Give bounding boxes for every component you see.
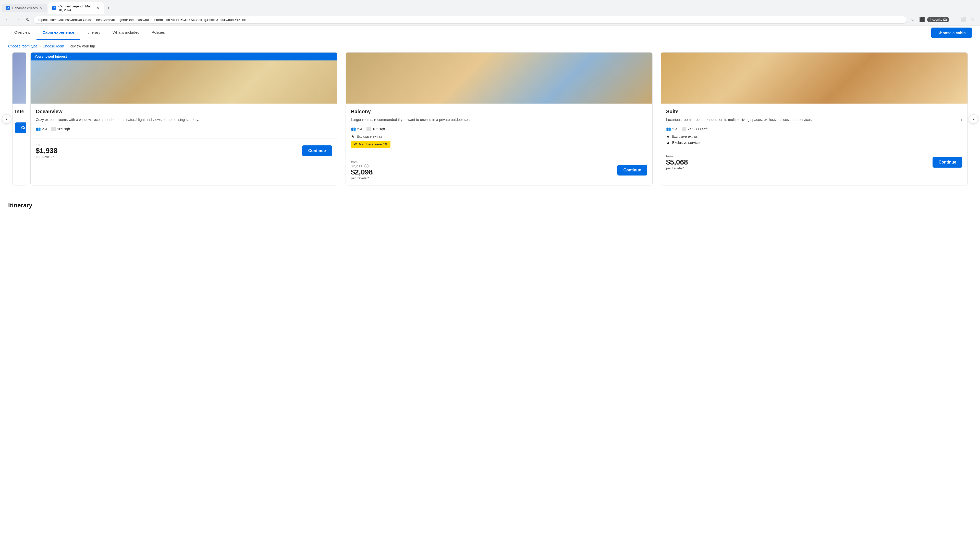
breadcrumb-choose-room[interactable]: Choose room (43, 44, 64, 48)
feature-exclusive-extras-suite: ★ Exclusive extras (666, 134, 963, 139)
tab-close-1[interactable]: ✕ (40, 6, 43, 10)
members-icon-balcony: 🏷 (354, 142, 357, 146)
sqft-value-balcony: 185 sqft (372, 127, 385, 131)
cabin-pricing-suite: from $5,068 per traveler* Continue (661, 150, 967, 175)
cabin-info-suite: Suite Luxurious rooms, recommended for i… (661, 103, 967, 150)
from-label-suite: from (666, 154, 688, 158)
scroll-left-button[interactable]: ‹ (2, 114, 11, 124)
feature-exclusive-extras-balcony: ★ Exclusive extras (351, 134, 647, 139)
feature-label-services-suite: Exclusive services (672, 141, 701, 144)
cabin-image-balcony (346, 52, 652, 103)
capacity-value-balcony: 2-4 (357, 127, 362, 131)
people-icon-oceanview: 👥 (36, 127, 41, 131)
cabin-specs-oceanview: 👥 2-4 ⬜ 185 sqft (36, 127, 332, 131)
continue-button-balcony[interactable]: Continue (617, 165, 647, 176)
itinerary-section: Itinerary (0, 196, 980, 215)
tab-label-2: Carnival Legend | Mar 10, 2024 (59, 4, 95, 12)
sqft-value-oceanview: 185 sqft (57, 127, 70, 131)
cabin-desc-oceanview: Cozy exterior rooms with a window, recom… (36, 117, 332, 122)
expand-icon-suite[interactable]: › (961, 117, 963, 122)
sqft-balcony: ⬜ 185 sqft (366, 127, 385, 131)
price-per-oceanview: per traveler* (36, 155, 58, 159)
tab-bar: Z Bahamas cruises ✕ Z Carnival Legend | … (0, 0, 980, 14)
tab-itinerary[interactable]: Itinerary (80, 25, 107, 40)
browser-chrome: Z Bahamas cruises ✕ Z Carnival Legend | … (0, 0, 980, 25)
reload-button[interactable]: ↻ (24, 16, 32, 24)
cards-outer: ‹ Interior Continue You showed interest … (0, 52, 980, 186)
tab-carnival[interactable]: Z Carnival Legend | Mar 10, 2024 ✕ (48, 2, 104, 14)
incognito-badge: Incognito (2) (927, 17, 950, 22)
maximize-button[interactable]: ⬜ (959, 16, 968, 24)
partial-card: Interior Continue (12, 52, 26, 186)
price-info-oceanview: from $1,938 per traveler* (36, 143, 58, 159)
tab-favicon-1: Z (6, 6, 10, 10)
ship-icon-suite: ▲ (666, 140, 670, 145)
scroll-right-button[interactable]: › (969, 114, 978, 124)
cabin-desc-balcony: Larger rooms, recommended if you want to… (351, 117, 647, 122)
sqft-suite: ⬜ 245-300 sqft (681, 127, 708, 131)
breadcrumb-sep-2: › (66, 44, 67, 48)
capacity-value-oceanview: 2-4 (42, 127, 47, 131)
members-badge-balcony: 🏷 Members save 6% (351, 141, 390, 148)
tab-label-1: Bahamas cruises (12, 6, 38, 10)
capacity-suite: 👥 2-4 (666, 127, 677, 131)
cabin-name-oceanview: Oceanview (36, 109, 332, 114)
price-main-oceanview: $1,938 (36, 147, 58, 155)
back-button[interactable]: ← (3, 16, 11, 24)
bookmark-button[interactable]: ☆ (909, 16, 917, 24)
tab-cabin-experience[interactable]: Cabin experience (37, 25, 80, 40)
price-main-suite: $5,068 (666, 158, 688, 166)
feature-exclusive-services-suite: ▲ Exclusive services (666, 140, 963, 145)
cabin-info-balcony: Balcony Larger rooms, recommended if you… (346, 103, 652, 156)
cabin-specs-balcony: 👥 2-4 ⬜ 185 sqft (351, 127, 647, 131)
cabin-pricing-balcony: from $2,230 i $2,098 per traveler* Conti… (346, 156, 652, 185)
tab-bahamas[interactable]: Z Bahamas cruises ✕ (2, 4, 47, 12)
sqft-icon-oceanview: ⬜ (51, 127, 56, 131)
breadcrumb-choose-room-type[interactable]: Choose room type (8, 44, 37, 48)
price-per-suite: per traveler* (666, 166, 688, 170)
choose-cabin-button[interactable]: Choose a cabin (931, 27, 972, 38)
price-original-balcony: $2,230 (351, 164, 362, 168)
continue-button-interior[interactable]: Continue (15, 122, 26, 133)
sqft-value-suite: 245-300 sqft (687, 127, 708, 131)
cabin-card-balcony: Balcony Larger rooms, recommended if you… (345, 52, 652, 186)
info-icon-balcony[interactable]: i (364, 164, 369, 168)
close-window-button[interactable]: ✕ (969, 16, 977, 24)
continue-button-suite[interactable]: Continue (932, 157, 963, 168)
members-label-balcony: Members save 6% (359, 142, 387, 146)
cabin-name-suite: Suite (666, 109, 963, 114)
capacity-value-suite: 2-4 (672, 127, 677, 131)
new-tab-button[interactable]: + (105, 5, 112, 12)
interest-badge-oceanview: You showed interest (30, 52, 337, 60)
tab-favicon-2: Z (52, 6, 56, 10)
people-icon-suite: 👥 (666, 127, 671, 131)
sqft-icon-suite: ⬜ (681, 127, 687, 131)
cabin-desc-suite: Luxurious rooms, recommended for its mul… (666, 117, 959, 122)
minimize-button[interactable]: — (950, 16, 959, 24)
cards-section: ‹ Interior Continue You showed interest … (0, 52, 980, 196)
tab-overview[interactable]: Overview (8, 25, 37, 40)
extensions-button[interactable]: ⬛ (918, 16, 926, 24)
continue-button-oceanview[interactable]: Continue (302, 145, 332, 156)
breadcrumb-sep-1: › (39, 44, 41, 48)
breadcrumb: Choose room type › Choose room › Review … (0, 40, 980, 52)
feature-label-extras-suite: Exclusive extras (672, 135, 697, 138)
people-icon-balcony: 👥 (351, 127, 356, 131)
star-icon-suite: ★ (666, 134, 670, 139)
cabin-card-oceanview: You showed interest Oceanview Cozy exter… (30, 52, 337, 186)
tab-policies[interactable]: Policies (145, 25, 171, 40)
cabin-card-suite: Suite Luxurious rooms, recommended for i… (661, 52, 968, 186)
capacity-oceanview: 👥 2-4 (36, 127, 47, 131)
feature-label-balcony: Exclusive extras (356, 135, 382, 138)
price-main-balcony: $2,098 (351, 168, 373, 176)
cabin-features-suite: ★ Exclusive extras ▲ Exclusive services (666, 134, 963, 145)
breadcrumb-review-trip: Review your trip (69, 44, 95, 48)
star-icon-balcony: ★ (351, 134, 355, 139)
itinerary-title: Itinerary (8, 202, 972, 209)
forward-button[interactable]: → (13, 16, 21, 24)
sqft-icon-balcony: ⬜ (366, 127, 371, 131)
tab-close-2[interactable]: ✕ (97, 6, 100, 10)
tab-whats-included[interactable]: What's included (107, 25, 145, 40)
from-label-oceanview: from (36, 143, 58, 147)
address-input[interactable] (34, 16, 907, 23)
